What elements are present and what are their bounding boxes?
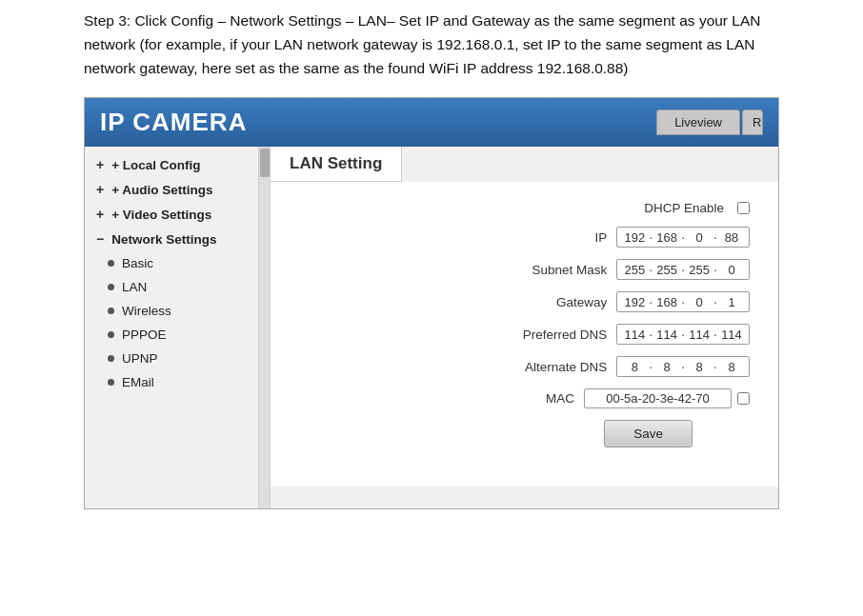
ip-label: IP — [492, 230, 607, 245]
sidebar: + + Local Config + + Audio Settings + + … — [85, 147, 271, 508]
sidebar-item-lan[interactable]: LAN — [85, 275, 270, 299]
lan-setting-tab[interactable]: LAN Setting — [271, 147, 402, 182]
bullet-pppoe — [108, 331, 114, 338]
preferred-dns-label: Preferred DNS — [492, 328, 607, 342]
save-btn-row: Save — [290, 420, 750, 447]
adns-d: 8 — [718, 360, 745, 374]
mac-label: MAC — [460, 391, 574, 406]
sidebar-item-pppoe[interactable]: PPPOE — [85, 323, 270, 347]
gateway-c: 0 — [686, 295, 712, 309]
sidebar-item-network-settings[interactable]: − Network Settings — [85, 227, 270, 251]
sidebar-label-local-config: + Local Config — [111, 158, 200, 172]
gateway-field[interactable]: 192 · 168 · 0 · 1 — [616, 291, 750, 312]
gateway-row: Gateway 192 · 168 · 0 · 1 — [290, 291, 750, 312]
gateway-a: 192 — [621, 295, 648, 309]
camera-ui-wrapper: IP CAMERA Liveview R + + Local Config + … — [84, 97, 779, 509]
dhcp-row: DHCP Enable — [290, 201, 750, 215]
form-area: DHCP Enable IP 192 · 168 · 0 · 88 — [271, 182, 778, 487]
ip-row: IP 192 · 168 · 0 · 88 — [290, 227, 750, 248]
ip-b: 168 — [653, 230, 680, 245]
mac-checkbox[interactable] — [737, 392, 750, 405]
subnet-label: Subnet Mask — [492, 263, 607, 277]
sidebar-label-lan: LAN — [122, 280, 147, 294]
save-button[interactable]: Save — [604, 420, 692, 447]
sidebar-scrollbar[interactable] — [258, 147, 270, 508]
ip-d: 88 — [718, 230, 745, 245]
adns-a: 8 — [621, 360, 648, 374]
minus-icon-network: − — [96, 231, 104, 247]
dhcp-checkbox[interactable] — [737, 202, 750, 214]
subnet-a: 255 — [621, 263, 648, 277]
pdns-c: 114 — [686, 328, 712, 342]
tab-r[interactable]: R — [742, 109, 763, 135]
gateway-b: 168 — [653, 295, 680, 309]
sidebar-item-basic[interactable]: Basic — [85, 251, 270, 275]
sidebar-label-audio-settings: + Audio Settings — [111, 183, 212, 197]
plus-icon-audio: + — [96, 182, 104, 197]
sidebar-item-local-config[interactable]: + + Local Config — [85, 152, 270, 177]
sidebar-label-network-settings: Network Settings — [111, 232, 216, 247]
tab-liveview[interactable]: Liveview — [656, 109, 740, 135]
dhcp-label: DHCP Enable — [610, 201, 724, 215]
camera-body: + + Local Config + + Audio Settings + + … — [85, 147, 778, 508]
ip-field[interactable]: 192 · 168 · 0 · 88 — [616, 227, 750, 248]
gateway-d: 1 — [718, 295, 745, 309]
sidebar-label-pppoe: PPPOE — [122, 328, 167, 342]
header-tabs: Liveview R — [656, 109, 763, 135]
subnet-b: 255 — [653, 263, 680, 277]
pdns-a: 114 — [621, 328, 648, 342]
subnet-c: 255 — [686, 263, 712, 277]
pdns-d: 114 — [718, 328, 745, 342]
adns-c: 8 — [686, 360, 712, 374]
preferred-dns-field[interactable]: 114 · 114 · 114 · 114 — [616, 324, 750, 345]
subnet-row: Subnet Mask 255 · 255 · 255 · 0 — [290, 259, 750, 280]
sidebar-label-video-settings: + Video Settings — [111, 208, 211, 222]
alternate-dns-row: Alternate DNS 8 · 8 · 8 · 8 — [290, 356, 750, 377]
camera-header: IP CAMERA Liveview R — [85, 98, 778, 147]
ip-a: 192 — [621, 230, 648, 245]
subnet-field[interactable]: 255 · 255 · 255 · 0 — [616, 259, 750, 280]
sidebar-scrollbar-thumb[interactable] — [260, 149, 270, 177]
bullet-upnp — [108, 355, 114, 362]
bullet-email — [108, 379, 114, 386]
sidebar-item-wireless[interactable]: Wireless — [85, 299, 270, 323]
plus-icon-video: + — [96, 207, 104, 222]
mac-row: MAC 00-5a-20-3e-42-70 — [290, 388, 750, 408]
sidebar-item-video-settings[interactable]: + + Video Settings — [85, 202, 270, 227]
bullet-wireless — [108, 308, 114, 314]
adns-b: 8 — [653, 360, 680, 374]
gateway-label: Gateway — [492, 295, 607, 309]
mac-value: 00-5a-20-3e-42-70 — [584, 388, 732, 408]
sidebar-label-upnp: UPNP — [122, 351, 158, 366]
plus-icon-local: + — [96, 157, 104, 172]
sidebar-label-wireless: Wireless — [122, 304, 171, 318]
alternate-dns-field[interactable]: 8 · 8 · 8 · 8 — [616, 356, 750, 377]
main-panel: LAN Setting DHCP Enable IP 192 · 168 · 0 — [271, 147, 778, 508]
sidebar-item-audio-settings[interactable]: + + Audio Settings — [85, 177, 270, 202]
subnet-d: 0 — [718, 263, 745, 277]
sidebar-label-email: EMail — [122, 375, 154, 389]
ip-c: 0 — [686, 230, 712, 245]
bullet-lan — [108, 284, 114, 290]
sidebar-item-upnp[interactable]: UPNP — [85, 347, 270, 370]
sidebar-item-email[interactable]: EMail — [85, 370, 270, 394]
bullet-basic — [108, 260, 114, 267]
pdns-b: 114 — [653, 328, 680, 342]
camera-title: IP CAMERA — [100, 108, 247, 137]
sidebar-label-basic: Basic — [122, 256, 153, 270]
alternate-dns-label: Alternate DNS — [492, 360, 607, 374]
preferred-dns-row: Preferred DNS 114 · 114 · 114 · 114 — [290, 324, 750, 345]
instruction-text: Step 3: Click Config – Network Settings … — [0, 0, 863, 97]
